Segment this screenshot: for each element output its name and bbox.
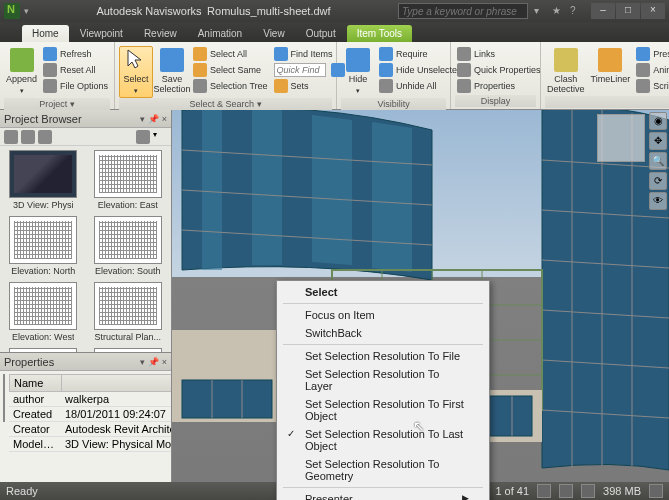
star-icon[interactable]: ★ [552,5,564,17]
pin-icon[interactable]: 📌 [148,114,159,124]
tab-animation[interactable]: Animation [188,25,252,42]
append-button[interactable]: Append▾ [4,46,39,98]
browser-toolbar: ▾ [0,128,171,146]
group-visibility: Visibility [341,98,446,110]
cm-res-file[interactable]: Set Selection Resolution To File [279,347,487,365]
sheet-elevation-south[interactable]: Elevation: South [89,216,168,276]
sheet-elevation-east[interactable]: Elevation: East [89,150,168,210]
cm-switchback[interactable]: SwitchBack [279,324,487,342]
cm-res-layer[interactable]: Set Selection Resolution To Layer [279,365,487,395]
sb-disk-icon[interactable] [559,484,573,498]
tab-home[interactable]: Home [22,25,69,42]
sheet-elevation-north[interactable]: Elevation: North [4,216,83,276]
group-project[interactable]: Project ▾ [4,98,110,110]
select-same-button[interactable]: Select Same [191,62,270,78]
links-button[interactable]: Links [455,46,543,62]
sheet-structural-plan[interactable]: Structural Plan... [89,282,168,342]
hide-button[interactable]: Hide▾ [341,46,375,98]
find-icon [274,47,288,61]
table-row[interactable]: ModelName3D View: Physical Model [9,437,171,452]
navigation-bar: ◉ ✥ 🔍 ⟳ 👁 [649,112,667,210]
sheet-item-8[interactable] [89,348,168,352]
cm-res-last[interactable]: Set Selection Resolution To Last Object [279,425,487,455]
sheet-3d-view[interactable]: 3D View: Physi [4,150,83,210]
select-all-button[interactable]: Select All [191,46,270,62]
tab-output[interactable]: Output [296,25,346,42]
unhide-icon [379,79,393,93]
panel-close-icon[interactable]: × [162,114,167,124]
props-close-icon[interactable]: × [162,357,167,367]
save-icon [160,48,184,72]
maximize-button[interactable]: □ [616,3,640,19]
sb-next-icon[interactable] [537,484,551,498]
table-row[interactable]: authorwalkerpa [9,392,171,407]
refresh-button[interactable]: Refresh [41,46,110,62]
reset-all-button[interactable]: Reset All [41,62,110,78]
prop-header-value[interactable] [62,375,171,391]
group-select-search[interactable]: Select & Search ▾ [119,98,332,110]
nav-orbit-icon[interactable]: ⟳ [649,172,667,190]
viewcube[interactable] [597,114,645,162]
sb-pencil-icon[interactable] [581,484,595,498]
nav-zoom-icon[interactable]: 🔍 [649,152,667,170]
browser-view-dropdown[interactable]: ▾ [153,130,167,144]
animator-button[interactable]: Animator [634,62,669,78]
cm-focus[interactable]: Focus on Item [279,306,487,324]
title-text: Autodesk Navisworks Romulus_multi-sheet.… [29,5,398,17]
presenter-button[interactable]: Presenter [634,46,669,62]
file-options-button[interactable]: File Options [41,78,110,94]
browser-btn3[interactable] [38,130,52,144]
timeliner-button[interactable]: TimeLiner [589,46,633,86]
memory-indicator: 398 MB [603,485,641,497]
quick-find-input[interactable] [274,63,326,77]
minimize-button[interactable]: – [591,3,615,19]
sheet-elevation-west[interactable]: Elevation: West [4,282,83,342]
props-dropdown-icon[interactable]: ▾ [140,357,145,367]
properties-panel: Properties ▾📌× Name authorwalkerpa Creat… [0,352,171,482]
props-pin-icon[interactable]: 📌 [148,357,159,367]
search-dropdown-icon[interactable]: ▾ [534,5,546,17]
clash-detective-button[interactable]: Clash Detective [545,46,587,96]
tab-viewpoint[interactable]: Viewpoint [70,25,133,42]
properties-header[interactable]: Properties ▾📌× [0,353,171,371]
title-help-icons: ▾ ★ ? [534,5,582,17]
cm-res-geom[interactable]: Set Selection Resolution To Geometry [279,455,487,485]
ribbon-tabs: Home Viewpoint Review Animation View Out… [0,22,669,42]
browser-btn1[interactable] [4,130,18,144]
tab-item-tools[interactable]: Item Tools [347,25,412,42]
nav-pan-icon[interactable]: ✥ [649,132,667,150]
help-icon[interactable]: ? [570,5,582,17]
cm-res-first[interactable]: Set Selection Resolution To First Object [279,395,487,425]
links-icon [457,47,471,61]
selection-tree-button[interactable]: Selection Tree [191,78,270,94]
append-icon [10,48,34,72]
tab-view[interactable]: View [253,25,295,42]
scripter-button[interactable]: Scripter [634,78,669,94]
browser-btn2[interactable] [21,130,35,144]
quick-find [272,62,347,78]
cm-presenter[interactable]: Presenter▶ [279,490,487,500]
nav-wheel-icon[interactable]: ◉ [649,112,667,130]
select-button[interactable]: Select▾ [119,46,153,98]
close-button[interactable]: × [641,3,665,19]
save-selection-button[interactable]: Save Selection [155,46,189,96]
find-items-button[interactable]: Find Items [272,46,347,62]
animator-icon [636,63,650,77]
nav-look-icon[interactable]: 👁 [649,192,667,210]
prop-header-name[interactable]: Name [10,375,62,391]
page-indicator: 1 of 41 [495,485,529,497]
project-browser-header[interactable]: Project Browser ▾📌× [0,110,171,128]
tab-review[interactable]: Review [134,25,187,42]
table-row[interactable]: Created18/01/2011 09:24:07 [9,407,171,422]
panel-dropdown-icon[interactable]: ▾ [140,114,145,124]
sheet-item-7[interactable] [4,348,83,352]
sets-button[interactable]: Sets [272,78,347,94]
cm-select[interactable]: Select [279,283,487,301]
table-row[interactable]: CreatorAutodesk Revit Architectu [9,422,171,437]
properties-button[interactable]: Properties [455,78,543,94]
sb-mem-icon[interactable] [649,484,663,498]
app-logo[interactable] [4,3,20,19]
search-input[interactable] [398,3,528,19]
browser-view-icon[interactable] [136,130,150,144]
quick-props-button[interactable]: Quick Properties [455,62,543,78]
